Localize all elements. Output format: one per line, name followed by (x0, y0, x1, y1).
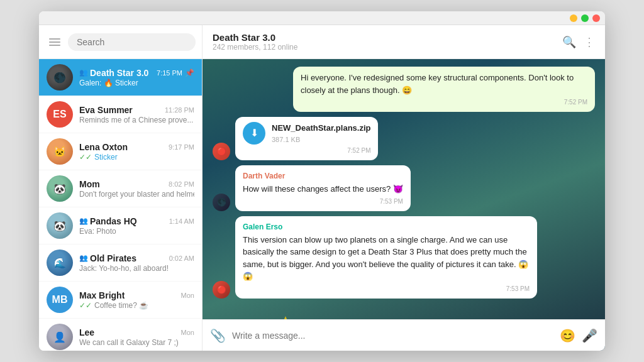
chat-item-old-pirates[interactable]: 🌊 👥 Old Pirates 0:02 AM Jack: Yo-ho-ho, … (39, 244, 202, 282)
message-text: This version can blow up two planets on … (243, 234, 530, 283)
chat-title: Death Star 3.0 (213, 32, 562, 43)
more-options-icon[interactable]: ⋮ (584, 35, 595, 49)
chat-preview: Jack: Yo-ho-ho, all aboard! (79, 264, 194, 273)
group-icon: 👥 (79, 254, 88, 262)
message-row: Hi everyone. I've redesigned some key st… (213, 67, 595, 112)
chat-info: Max Bright Mon ✓✓ Coffee time? ☕ (79, 290, 194, 310)
chat-item-max-bright[interactable]: MB Max Bright Mon ✓✓ Coffee time? ☕ (39, 282, 202, 319)
chat-time: 0:02 AM (169, 255, 194, 262)
avatar: 🌑 (47, 64, 73, 90)
maximize-button[interactable] (581, 14, 589, 22)
chat-preview: Galen: 🔥 Sticker (79, 79, 194, 87)
chat-info: 👥 Old Pirates 0:02 AM Jack: Yo-ho-ho, al… (79, 253, 194, 273)
menu-button[interactable] (47, 36, 63, 48)
file-info: NEW_DeathStar.plans.zip 387.1 KB (272, 122, 370, 145)
message-bubble: Galen Erso This version can blow up two … (235, 216, 537, 299)
download-icon[interactable]: ⬇ (243, 122, 265, 145)
input-bar: 📎 😊 🎤 (203, 319, 605, 351)
chat-time: 8:02 PM (169, 180, 194, 188)
chat-preview: Eva: Photo (79, 227, 194, 236)
group-icon: 👥 (79, 69, 88, 77)
chat-name: 👥 Pandas HQ (79, 216, 137, 226)
avatar: MB (47, 287, 73, 313)
messages-area: Hi everyone. I've redesigned some key st… (203, 59, 605, 319)
chat-info: Lee Mon We can call it Galaxy Star 7 ;) (79, 327, 194, 347)
chat-header-actions: 🔍 ⋮ (562, 35, 595, 49)
close-button[interactable] (592, 14, 600, 22)
search-input[interactable] (68, 33, 196, 51)
group-icon: 👥 (79, 217, 88, 225)
chat-info: Mom 8:02 PM Don't forget your blaster an… (79, 179, 194, 199)
avatar: 🐼 (47, 212, 73, 239)
sender-avatar: 🔴 (213, 143, 230, 160)
avatar: 👤 (47, 324, 73, 350)
chat-item-death-star[interactable]: 🌑 👥 Death Star 3.0 7:15 PM 📌 (39, 59, 202, 96)
file-attachment: ⬇ NEW_DeathStar.plans.zip 387.1 KB (243, 122, 370, 145)
chat-name: Eva Summer (79, 105, 133, 115)
chat-name: Lee (79, 327, 94, 337)
chat-preview: ✓✓ Coffee time? ☕ (79, 301, 194, 310)
chat-time: 7:15 PM (157, 69, 182, 77)
file-name: NEW_DeathStar.plans.zip (272, 122, 370, 134)
app-body: 🌑 👥 Death Star 3.0 7:15 PM 📌 (39, 25, 605, 351)
minimize-button[interactable] (570, 14, 577, 22)
sender-name: Galen Erso (243, 221, 530, 233)
sender-name: Darth Vader (243, 170, 403, 182)
message-time: 7:52 PM (301, 97, 587, 107)
chat-time: Mon (181, 292, 194, 299)
message-input[interactable] (232, 331, 553, 341)
chat-time: Mon (181, 329, 194, 336)
chat-name: Mom (79, 179, 100, 189)
chat-item-lena-oxton[interactable]: 🐱 Lena Oxton 9:17 PM ✓✓ Sticker (39, 133, 202, 170)
message-bubble: ⬇ NEW_DeathStar.plans.zip 387.1 KB 7:52 … (235, 117, 378, 160)
titlebar (39, 11, 605, 25)
chat-item-eva-summer[interactable]: ES Eva Summer 11:28 PM Reminds me of a C… (39, 96, 202, 133)
read-check-icon: ✓✓ (79, 153, 92, 162)
avatar: 🐼 (47, 175, 73, 202)
attach-icon[interactable]: 📎 (210, 328, 226, 343)
read-check-icon: ✓✓ (79, 301, 92, 310)
sticker-svg (235, 304, 336, 320)
chat-info: 👥 Pandas HQ 1:14 AM Eva: Photo (79, 216, 194, 236)
search-icon[interactable]: 🔍 (562, 35, 576, 49)
chat-info: Eva Summer 11:28 PM Reminds me of a Chin… (79, 105, 194, 124)
chat-info: 👥 Death Star 3.0 7:15 PM 📌 Galen: 🔥 Stic… (79, 68, 194, 87)
chat-header-info: Death Star 3.0 242 members, 112 online (213, 32, 562, 52)
sender-avatar: 🔴 (213, 281, 230, 299)
chat-item-mom[interactable]: 🐼 Mom 8:02 PM Don't forget your blaster … (39, 170, 202, 207)
chat-header: Death Star 3.0 242 members, 112 online 🔍… (203, 25, 605, 59)
chat-list: 🌑 👥 Death Star 3.0 7:15 PM 📌 (39, 59, 202, 351)
chat-subtitle: 242 members, 112 online (213, 43, 562, 52)
file-size: 387.1 KB (272, 134, 370, 145)
chat-time: 11:28 PM (165, 106, 194, 114)
chat-panel: Death Star 3.0 242 members, 112 online 🔍… (203, 25, 605, 351)
avatar: 🐱 (47, 138, 73, 165)
message-time: 7:53 PM (243, 197, 403, 206)
chat-name: 👥 Old Pirates (79, 253, 136, 263)
message-row: 🔴 Galen Erso This version can blow up tw… (213, 216, 595, 299)
sidebar-header (39, 25, 202, 59)
sidebar: 🌑 👥 Death Star 3.0 7:15 PM 📌 (39, 25, 203, 351)
chat-item-pandas-hq[interactable]: 🐼 👥 Pandas HQ 1:14 AM Eva: Photo (39, 207, 202, 244)
microphone-icon[interactable]: 🎤 (582, 328, 597, 343)
message-text: How will these changes affect the users?… (243, 183, 403, 195)
chat-name: 👥 Death Star 3.0 (79, 68, 148, 78)
main-window: 🌑 👥 Death Star 3.0 7:15 PM 📌 (39, 11, 605, 351)
avatar: ES (47, 101, 73, 128)
message-bubble: Hi everyone. I've redesigned some key st… (293, 67, 595, 112)
message-text: Hi everyone. I've redesigned some key st… (301, 72, 587, 96)
pin-icon: 📌 (185, 69, 194, 77)
message-time: 7:52 PM (243, 146, 370, 155)
emoji-icon[interactable]: 😊 (560, 328, 575, 343)
chat-preview: We can call it Galaxy Star 7 ;) (79, 338, 194, 347)
chat-name: Lena Oxton (79, 142, 128, 152)
sticker-message (235, 304, 336, 320)
chat-info: Lena Oxton 9:17 PM ✓✓ Sticker (79, 142, 194, 162)
chat-name: Max Bright (79, 290, 125, 300)
chat-time: 1:14 AM (169, 217, 194, 225)
message-bubble: Darth Vader How will these changes affec… (235, 165, 411, 211)
chat-preview: ✓✓ Sticker (79, 153, 194, 162)
chat-preview: Don't forget your blaster and helmet (79, 190, 194, 199)
chat-item-lee[interactable]: 👤 Lee Mon We can call it Galaxy Star 7 ;… (39, 319, 202, 351)
message-row: 🌑 Darth Vader How will these changes aff… (213, 165, 595, 211)
